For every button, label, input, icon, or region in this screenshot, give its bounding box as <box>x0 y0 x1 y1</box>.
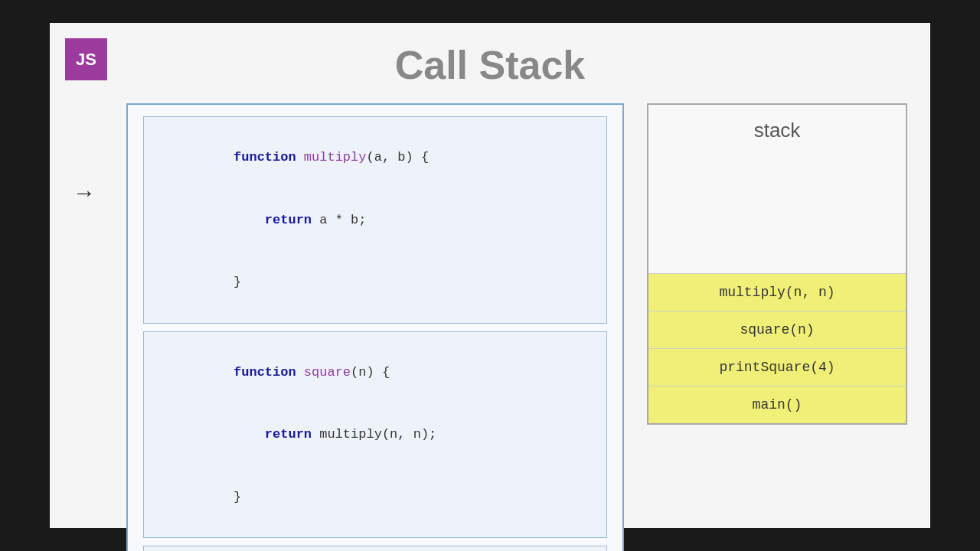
content-area: → function multiply(a, b) { return a * b… <box>73 103 907 551</box>
multiply-line-3: } <box>155 251 595 314</box>
js-logo-text: JS <box>76 50 96 70</box>
square-line-3: } <box>155 466 595 529</box>
kw-return-2: return <box>265 427 319 442</box>
stack-item-square: square(n) <box>648 311 906 348</box>
fn-square: square <box>304 365 351 380</box>
multiply-line-2: return a * b; <box>155 189 595 252</box>
code-block-square: function square(n) { return multiply(n, … <box>143 331 607 539</box>
multiply-line-1: function multiply(a, b) { <box>155 126 595 189</box>
kw-function: function <box>234 150 304 165</box>
fn-multiply: multiply <box>304 150 367 165</box>
code-block-multiply: function multiply(a, b) { return a * b; … <box>143 116 607 324</box>
js-logo: JS <box>65 38 107 80</box>
stack-panel: stack multiply(n, n) square(n) printSqua… <box>647 103 907 425</box>
code-panel: function multiply(a, b) { return a * b; … <box>126 103 624 551</box>
stack-spacer <box>648 154 906 273</box>
stack-title: stack <box>648 105 906 154</box>
square-line-2: return multiply(n, n); <box>155 403 595 466</box>
stack-item-multiply: multiply(n, n) <box>648 273 906 311</box>
kw-function-2: function <box>234 365 304 380</box>
kw-return-1: return <box>265 213 319 227</box>
slide: JS Call Stack → function multiply(a, b) … <box>50 23 930 528</box>
stack-item-main: main() <box>648 386 906 423</box>
code-block-printsquare: function printSquare(n) { var squared = … <box>143 546 607 551</box>
arrow-area: → <box>73 103 103 206</box>
pointer-arrow: → <box>73 180 96 206</box>
stack-item-printsquare: printSquare(4) <box>648 348 906 386</box>
square-line-1: function square(n) { <box>155 341 595 404</box>
slide-title: Call Stack <box>73 38 907 88</box>
